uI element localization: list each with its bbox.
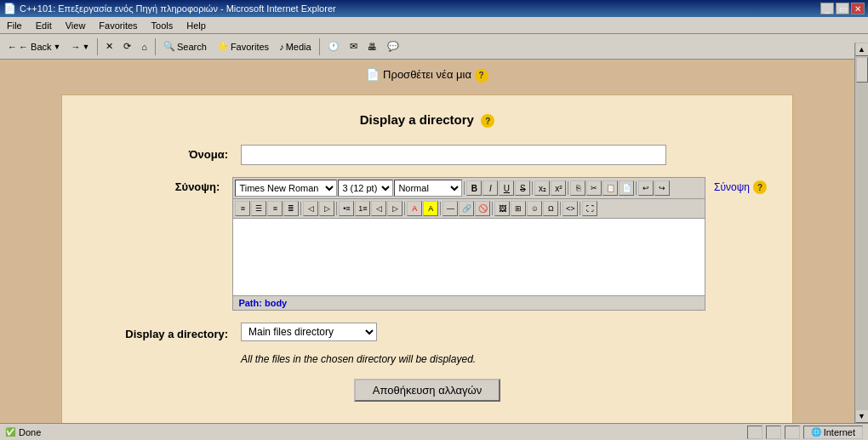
synopsis-sublabel: Σύνοψη [714, 181, 750, 193]
scroll-down-button[interactable]: ▼ [855, 409, 869, 423]
page-header-help[interactable]: ? [475, 69, 488, 83]
close-button[interactable]: ✕ [851, 3, 865, 14]
forecolor-button[interactable]: A [407, 201, 422, 216]
section-help-icon[interactable]: ? [481, 114, 494, 128]
internet-status: 🌐 Internet [803, 426, 863, 439]
rte-sep-8 [440, 202, 441, 215]
increase-indent-button[interactable]: ▷ [319, 201, 334, 216]
strikethrough-button[interactable]: S [515, 180, 530, 196]
status-pane-2 [766, 426, 781, 439]
link-button[interactable]: 🔗 [459, 201, 474, 216]
save-button[interactable]: Αποθήκευση αλλαγών [354, 379, 500, 402]
menu-view[interactable]: View [59, 19, 93, 32]
search-button[interactable]: 🔍 Search [159, 37, 211, 56]
internet-icon: 🌐 [811, 427, 821, 437]
subscript-button[interactable]: x₂ [534, 180, 550, 196]
home-icon: ⌂ [141, 42, 147, 52]
italic-button[interactable]: I [483, 180, 498, 196]
fullscreen-button[interactable]: ⛶ [582, 201, 597, 216]
print-button[interactable]: 🖶 [363, 37, 381, 56]
paste-button[interactable]: 📋 [602, 180, 618, 196]
scroll-track [855, 56, 869, 409]
menu-file[interactable]: File [0, 19, 29, 32]
discuss-button[interactable]: 💬 [383, 37, 403, 56]
history-button[interactable]: 🕐 [323, 37, 344, 56]
favorites-button[interactable]: ⭐ Favorites [213, 37, 273, 56]
stop-icon: ✕ [106, 41, 113, 52]
align-center-button[interactable]: ☰ [251, 201, 266, 216]
home-button[interactable]: ⌂ [137, 37, 151, 56]
table-button[interactable]: ⊞ [511, 201, 526, 216]
menu-help[interactable]: Help [180, 19, 213, 32]
back-dropdown-icon: ▼ [54, 43, 61, 51]
special-char-button[interactable]: Ω [543, 201, 558, 216]
name-input[interactable] [241, 145, 666, 165]
align-left-button[interactable]: ≡ [235, 201, 250, 216]
rte-body[interactable] [233, 219, 705, 295]
directory-select-wrapper: Main files directoryOther directory [241, 323, 377, 341]
discuss-icon: 💬 [387, 41, 399, 52]
title-bar-text: C++101: Επεξεργασία ενός Πηγή πληροφοριώ… [20, 3, 336, 14]
search-icon: 🔍 [163, 41, 175, 52]
bold-button[interactable]: B [466, 180, 482, 196]
scrollbar[interactable]: ▲ ▼ [854, 43, 868, 423]
restore-button[interactable]: ▭ [836, 3, 849, 14]
rte-path-value: body [265, 298, 287, 308]
mail-icon: ✉ [350, 41, 357, 52]
page-header-text: Προσθέτει νέα μια [383, 68, 471, 81]
align-justify-button[interactable]: ≣ [283, 201, 299, 216]
back-button[interactable]: ← ← Back ▼ [3, 37, 65, 56]
ordered-list-button[interactable]: 1≡ [355, 201, 370, 216]
cut-button[interactable]: ✂ [586, 180, 602, 196]
media-button[interactable]: ♪ Media [275, 37, 315, 56]
minimize-button[interactable]: _ [820, 3, 834, 14]
status-right: 🌐 Internet [747, 426, 863, 439]
media-icon: ♪ [279, 42, 284, 52]
undo-button[interactable]: ↩ [638, 180, 654, 196]
rte-sep-7 [404, 202, 405, 215]
status-bar: ✅ Done 🌐 Internet [0, 423, 868, 440]
title-bar: 📄 C++101: Επεξεργασία ενός Πηγή πληροφορ… [0, 0, 868, 17]
title-bar-icon: 📄 [3, 3, 16, 14]
align-right-button[interactable]: ≡ [267, 201, 283, 216]
menu-edit[interactable]: Edit [29, 19, 59, 32]
directory-select[interactable]: Main files directoryOther directory [241, 323, 377, 341]
font-size-select[interactable]: 3 (12 pt) [338, 180, 393, 197]
superscript-button[interactable]: x² [551, 180, 566, 196]
stop-button[interactable]: ✕ [101, 37, 117, 56]
hr-button[interactable]: — [443, 201, 458, 216]
scroll-thumb[interactable] [856, 57, 868, 83]
rte-sep-9 [492, 202, 493, 215]
font-family-select[interactable]: Times New Roman [235, 180, 337, 197]
redo-button[interactable]: ↪ [654, 180, 670, 196]
smiley-button[interactable]: ☺ [527, 201, 542, 216]
image-button[interactable]: 🖼 [494, 201, 510, 216]
synopsis-sublabel-area: Σύνοψη ? [714, 180, 767, 194]
underline-button[interactable]: U [499, 180, 514, 196]
backcolor-button[interactable]: A [423, 201, 438, 216]
paste-text-button[interactable]: 📄 [619, 180, 634, 196]
toolbar-separator-3 [319, 38, 320, 55]
page-header: 📄 Προσθέτει νέα μια ? [17, 68, 837, 83]
decrease-indent-button[interactable]: ◁ [303, 201, 318, 216]
back-icon: ← [8, 42, 17, 52]
content-box: Display a directory ? Όνομα: Σύνοψη: Tim… [61, 94, 793, 424]
scroll-up-button[interactable]: ▲ [855, 43, 869, 56]
unlink-button[interactable]: 🚫 [475, 201, 490, 216]
mail-button[interactable]: ✉ [345, 37, 362, 56]
directory-row: Display a directory: Main files director… [88, 323, 767, 341]
copy-button[interactable]: ⎘ [570, 180, 585, 196]
forward-button[interactable]: → ▼ [66, 37, 94, 56]
increase-list-button[interactable]: ▷ [387, 201, 403, 216]
menu-favorites[interactable]: Favorites [92, 19, 144, 32]
synopsis-row: Σύνοψη: Times New Roman 3 (12 pt) Normal [88, 177, 767, 311]
unordered-list-button[interactable]: •≡ [339, 201, 354, 216]
synopsis-help-icon[interactable]: ? [753, 180, 767, 194]
font-style-select[interactable]: Normal [394, 180, 462, 197]
forward-dropdown-icon: ▼ [82, 43, 89, 51]
decrease-list-button[interactable]: ◁ [371, 201, 386, 216]
menu-tools[interactable]: Tools [145, 19, 180, 32]
refresh-button[interactable]: ⟳ [119, 37, 135, 56]
history-icon: 🕐 [328, 41, 340, 52]
html-button[interactable]: <> [562, 201, 578, 216]
